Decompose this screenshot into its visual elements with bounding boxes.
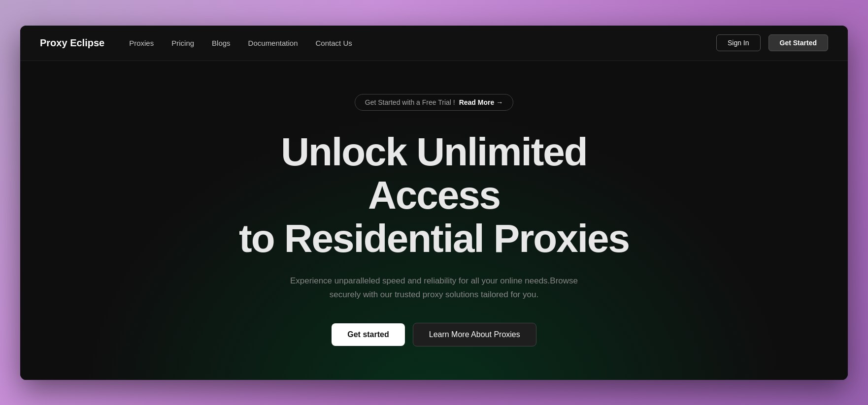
nav-links: Proxies Pricing Blogs Documentation Cont… — [129, 39, 716, 47]
hero-section: Get Started with a Free Trial ! Read Mor… — [20, 61, 848, 380]
browser-window: Proxy Eclipse Proxies Pricing Blogs Docu… — [20, 26, 848, 380]
nav-link-pricing[interactable]: Pricing — [171, 39, 194, 47]
brand-logo: Proxy Eclipse — [40, 37, 104, 49]
hero-buttons: Get started Learn More About Proxies — [332, 323, 536, 346]
hero-title-line2: to Residential Proxies — [239, 217, 629, 260]
nav-link-blogs[interactable]: Blogs — [212, 39, 231, 47]
nav-link-documentation[interactable]: Documentation — [248, 39, 298, 47]
hero-badge-prefix: Get Started with a Free Trial ! — [365, 98, 455, 106]
nav-actions: Sign In Get Started — [716, 34, 828, 51]
hero-title-line1: Unlock Unlimited Access — [281, 130, 587, 217]
hero-primary-button[interactable]: Get started — [332, 323, 404, 346]
navbar: Proxy Eclipse Proxies Pricing Blogs Docu… — [20, 26, 848, 61]
nav-link-contact-us[interactable]: Contact Us — [316, 39, 352, 47]
getstarted-nav-button[interactable]: Get Started — [768, 34, 828, 51]
hero-title: Unlock Unlimited Access to Residential P… — [212, 130, 656, 260]
signin-button[interactable]: Sign In — [716, 34, 761, 51]
hero-subtitle: Experience unparalleled speed and reliab… — [281, 274, 587, 301]
hero-badge[interactable]: Get Started with a Free Trial ! Read Mor… — [355, 94, 513, 111]
hero-secondary-button[interactable]: Learn More About Proxies — [413, 323, 536, 346]
nav-link-proxies[interactable]: Proxies — [129, 39, 154, 47]
hero-badge-link[interactable]: Read More → — [459, 98, 503, 106]
